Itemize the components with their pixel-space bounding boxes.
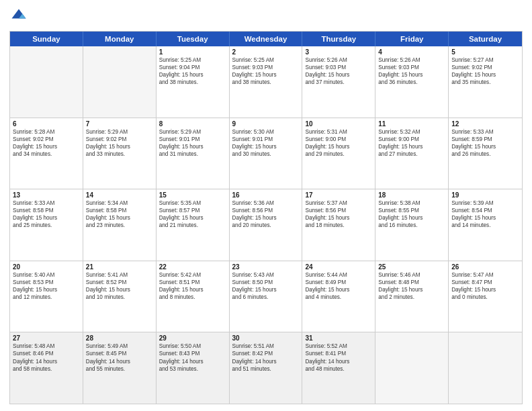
day-number: 10 xyxy=(305,120,372,128)
day-number: 19 xyxy=(451,191,519,199)
day-number: 11 xyxy=(378,120,445,128)
cell-info-line: Sunrise: 5:29 AM xyxy=(86,128,153,136)
cell-info-line: Sunrise: 5:33 AM xyxy=(13,199,80,207)
day-number: 27 xyxy=(13,334,80,342)
logo xyxy=(9,7,31,26)
day-number: 29 xyxy=(159,334,226,342)
calendar-cell: 26Sunrise: 5:47 AMSunset: 8:47 PMDayligh… xyxy=(449,261,522,332)
cell-info-line: and 23 minutes. xyxy=(86,222,153,229)
day-number: 24 xyxy=(305,263,372,271)
cell-info-line: Sunset: 8:58 PM xyxy=(13,207,80,214)
cell-info-line: Daylight: 15 hours xyxy=(232,214,300,222)
cell-info-line: Daylight: 15 hours xyxy=(378,214,445,222)
cell-info-line: and 20 minutes. xyxy=(232,222,300,229)
cell-info-line: Daylight: 15 hours xyxy=(451,143,519,150)
cell-info-line: Daylight: 15 hours xyxy=(232,143,300,150)
cell-info-line: and 38 minutes. xyxy=(159,79,226,86)
cell-info-line: and 33 minutes. xyxy=(86,150,153,158)
cell-info-line: Sunset: 9:03 PM xyxy=(232,64,300,71)
calendar-cell: 13Sunrise: 5:33 AMSunset: 8:58 PMDayligh… xyxy=(10,189,83,261)
day-number: 21 xyxy=(86,263,153,271)
cell-info-line: Daylight: 15 hours xyxy=(13,286,80,293)
cell-info-line: Daylight: 15 hours xyxy=(378,71,445,79)
calendar-cell: 18Sunrise: 5:38 AMSunset: 8:55 PMDayligh… xyxy=(375,189,449,261)
weekday-header: Wednesday xyxy=(230,32,303,46)
calendar-cell: 21Sunrise: 5:41 AMSunset: 8:52 PMDayligh… xyxy=(83,261,157,332)
cell-info-line: and 0 minutes. xyxy=(451,293,519,301)
calendar-cell: 1Sunrise: 5:25 AMSunset: 9:04 PMDaylight… xyxy=(157,46,230,118)
cell-info-line: Sunset: 8:52 PM xyxy=(86,279,153,286)
day-number: 26 xyxy=(451,263,519,271)
cell-info-line: Daylight: 15 hours xyxy=(13,214,80,222)
cell-info-line: and 37 minutes. xyxy=(305,79,372,86)
calendar-cell: 31Sunrise: 5:52 AMSunset: 8:41 PMDayligh… xyxy=(302,332,375,404)
cell-info-line: Sunset: 9:01 PM xyxy=(232,136,300,143)
cell-info-line: and 48 minutes. xyxy=(305,365,372,373)
day-number: 13 xyxy=(13,191,80,199)
day-number: 7 xyxy=(86,120,153,128)
cell-info-line: and 16 minutes. xyxy=(378,222,445,229)
cell-info-line: Daylight: 15 hours xyxy=(378,286,445,293)
day-number: 1 xyxy=(159,48,226,56)
cell-info-line: Sunrise: 5:52 AM xyxy=(305,342,372,350)
calendar-cell xyxy=(10,46,83,118)
page: SundayMondayTuesdayWednesdayThursdayFrid… xyxy=(0,0,532,411)
cell-info-line: Daylight: 15 hours xyxy=(86,286,153,293)
cell-info-line: and 12 minutes. xyxy=(13,293,80,301)
cell-info-line: Sunrise: 5:51 AM xyxy=(232,342,300,350)
cell-info-line: and 25 minutes. xyxy=(13,222,80,229)
cell-info-line: and 51 minutes. xyxy=(232,365,300,373)
cell-info-line: Daylight: 15 hours xyxy=(451,214,519,222)
cell-info-line: and 26 minutes. xyxy=(451,150,519,158)
cell-info-line: Sunset: 8:59 PM xyxy=(451,136,519,143)
calendar-cell: 19Sunrise: 5:39 AMSunset: 8:54 PMDayligh… xyxy=(449,189,522,261)
cell-info-line: Sunset: 9:03 PM xyxy=(305,64,372,71)
cell-info-line: Daylight: 15 hours xyxy=(305,71,372,79)
calendar-cell: 28Sunrise: 5:49 AMSunset: 8:45 PMDayligh… xyxy=(83,332,157,404)
calendar-cell: 25Sunrise: 5:46 AMSunset: 8:48 PMDayligh… xyxy=(375,261,449,332)
cell-info-line: and 30 minutes. xyxy=(232,150,300,158)
calendar-cell: 10Sunrise: 5:31 AMSunset: 9:00 PMDayligh… xyxy=(302,118,375,189)
day-number: 28 xyxy=(86,334,153,342)
cell-info-line: and 6 minutes. xyxy=(232,293,300,301)
cell-info-line: Sunrise: 5:35 AM xyxy=(159,199,226,207)
day-number: 20 xyxy=(13,263,80,271)
day-number: 30 xyxy=(232,334,300,342)
cell-info-line: Sunset: 8:53 PM xyxy=(13,279,80,286)
cell-info-line: and 14 minutes. xyxy=(451,222,519,229)
cell-info-line: Daylight: 14 hours xyxy=(13,358,80,365)
cell-info-line: Sunrise: 5:50 AM xyxy=(159,342,226,350)
cell-info-line: Daylight: 14 hours xyxy=(305,358,372,365)
calendar-cell: 8Sunrise: 5:29 AMSunset: 9:01 PMDaylight… xyxy=(157,118,230,189)
cell-info-line: Sunset: 9:00 PM xyxy=(305,136,372,143)
calendar-cell: 4Sunrise: 5:26 AMSunset: 9:03 PMDaylight… xyxy=(375,46,449,118)
cell-info-line: and 10 minutes. xyxy=(86,293,153,301)
cell-info-line: Sunrise: 5:29 AM xyxy=(159,128,226,136)
cell-info-line: and 34 minutes. xyxy=(13,150,80,158)
calendar-row: 13Sunrise: 5:33 AMSunset: 8:58 PMDayligh… xyxy=(10,189,522,261)
calendar-cell: 7Sunrise: 5:29 AMSunset: 9:02 PMDaylight… xyxy=(83,118,157,189)
cell-info-line: Sunrise: 5:46 AM xyxy=(378,271,445,279)
cell-info-line: Daylight: 15 hours xyxy=(232,71,300,79)
cell-info-line: Sunrise: 5:34 AM xyxy=(86,199,153,207)
weekday-header: Saturday xyxy=(449,32,522,46)
cell-info-line: Sunset: 9:02 PM xyxy=(13,136,80,143)
day-number: 8 xyxy=(159,120,226,128)
cell-info-line: Sunset: 9:00 PM xyxy=(378,136,445,143)
calendar-cell: 23Sunrise: 5:43 AMSunset: 8:50 PMDayligh… xyxy=(230,261,303,332)
cell-info-line: Sunrise: 5:47 AM xyxy=(451,271,519,279)
cell-info-line: Sunset: 8:43 PM xyxy=(159,350,226,357)
cell-info-line: Daylight: 15 hours xyxy=(451,286,519,293)
cell-info-line: Sunset: 8:56 PM xyxy=(305,207,372,214)
day-number: 9 xyxy=(232,120,300,128)
day-number: 25 xyxy=(378,263,445,271)
cell-info-line: Sunset: 9:02 PM xyxy=(451,64,519,71)
cell-info-line: Sunrise: 5:40 AM xyxy=(13,271,80,279)
calendar-cell: 16Sunrise: 5:36 AMSunset: 8:56 PMDayligh… xyxy=(230,189,303,261)
day-number: 4 xyxy=(378,48,445,56)
cell-info-line: Sunrise: 5:33 AM xyxy=(451,128,519,136)
cell-info-line: Daylight: 15 hours xyxy=(378,143,445,150)
cell-info-line: Sunset: 8:42 PM xyxy=(232,350,300,357)
cell-info-line: Sunrise: 5:43 AM xyxy=(232,271,300,279)
weekday-header: Sunday xyxy=(10,32,83,46)
